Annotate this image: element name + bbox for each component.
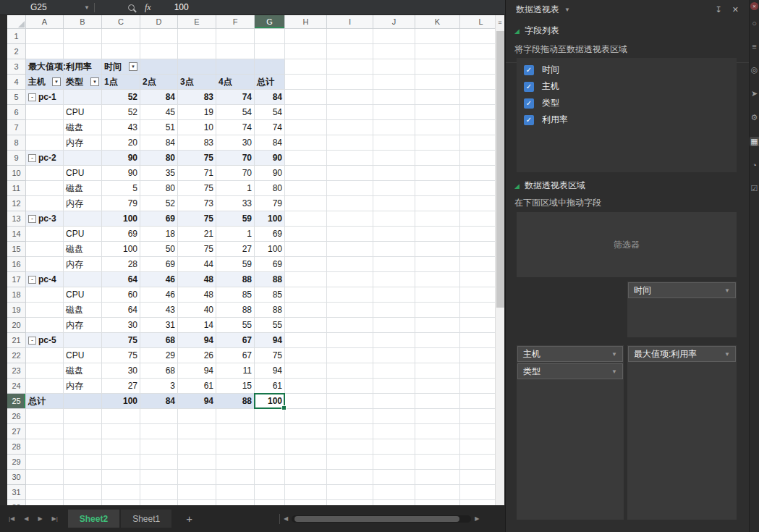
cell-C20[interactable]: 30 <box>102 318 140 333</box>
row-header-10[interactable]: 10 <box>7 166 26 181</box>
cell-H5[interactable] <box>285 90 327 105</box>
field-item-主机[interactable]: ✓主机 <box>524 78 729 95</box>
cell-A12[interactable] <box>26 196 64 211</box>
cell-G19[interactable]: 88 <box>255 303 285 318</box>
cell-F16[interactable]: 59 <box>216 257 255 272</box>
cell-B8[interactable]: 内存 <box>64 135 102 151</box>
cell-J5[interactable] <box>373 90 415 105</box>
cell-J18[interactable] <box>373 287 415 303</box>
cell-D11[interactable]: 80 <box>140 181 178 196</box>
cell-I22[interactable] <box>327 348 373 363</box>
row-header-13[interactable]: 13 <box>7 211 26 227</box>
cell-K3[interactable] <box>415 59 460 75</box>
cell-F30[interactable] <box>216 470 255 485</box>
row-field-pill[interactable]: 类型▼ <box>517 363 623 379</box>
cell-L7[interactable] <box>460 120 495 135</box>
cell-H27[interactable] <box>285 424 327 439</box>
cell-H15[interactable] <box>285 242 327 257</box>
cell-F1[interactable] <box>216 29 255 44</box>
cell-K30[interactable] <box>415 470 460 485</box>
cell-D25[interactable]: 84 <box>140 394 178 409</box>
horizontal-scrollbar-thumb[interactable] <box>294 516 459 522</box>
cell-I32[interactable] <box>327 500 373 505</box>
cell-F7[interactable]: 74 <box>216 120 255 135</box>
cell-K18[interactable] <box>415 287 460 303</box>
cell-B31[interactable] <box>64 485 102 500</box>
cell-B22[interactable]: CPU <box>64 348 102 363</box>
cell-C17[interactable]: 64 <box>102 272 140 287</box>
cell-I30[interactable] <box>327 470 373 485</box>
row-header-2[interactable]: 2 <box>7 44 26 59</box>
cell-I2[interactable] <box>327 44 373 59</box>
cell-L23[interactable] <box>460 363 495 379</box>
cell-H21[interactable] <box>285 333 327 348</box>
cell-B6[interactable]: CPU <box>64 105 102 120</box>
cell-I25[interactable] <box>327 394 373 409</box>
cell-C5[interactable]: 52 <box>102 90 140 105</box>
section-collapse-icon[interactable]: ◢ <box>514 182 520 190</box>
cell-D20[interactable]: 31 <box>140 318 178 333</box>
cell-F17[interactable]: 88 <box>216 272 255 287</box>
cell-H30[interactable] <box>285 470 327 485</box>
cell-A26[interactable] <box>26 409 64 424</box>
cell-K9[interactable] <box>415 151 460 166</box>
cell-E28[interactable] <box>178 439 216 455</box>
cell-H20[interactable] <box>285 318 327 333</box>
collapse-button[interactable]: - <box>28 93 36 101</box>
cell-G9[interactable]: 90 <box>255 151 285 166</box>
cell-F5[interactable]: 74 <box>216 90 255 105</box>
column-header-A[interactable]: A <box>26 15 64 29</box>
cell-C18[interactable]: 60 <box>102 287 140 303</box>
cell-K10[interactable] <box>415 166 460 181</box>
cell-E13[interactable]: 75 <box>178 211 216 227</box>
areas-section-header[interactable]: ◢ 数据透视表区域 <box>514 180 585 192</box>
scroll-left-icon[interactable]: ◀ <box>284 515 288 522</box>
cell-H2[interactable] <box>285 44 327 59</box>
cell-I23[interactable] <box>327 363 373 379</box>
cell-B30[interactable] <box>64 470 102 485</box>
row-header-28[interactable]: 28 <box>7 439 26 455</box>
row-header-6[interactable]: 6 <box>7 105 26 120</box>
stack-icon[interactable]: ≡ <box>750 42 759 51</box>
row-header-19[interactable]: 19 <box>7 303 26 318</box>
cell-F19[interactable]: 88 <box>216 303 255 318</box>
cell-G4[interactable]: 总计 <box>255 75 285 90</box>
cell-B1[interactable] <box>64 29 102 44</box>
cell-L30[interactable] <box>460 470 495 485</box>
cell-L5[interactable] <box>460 90 495 105</box>
cell-G17[interactable]: 88 <box>255 272 285 287</box>
cell-D22[interactable]: 29 <box>140 348 178 363</box>
cell-I26[interactable] <box>327 409 373 424</box>
cell-G10[interactable]: 90 <box>255 166 285 181</box>
cell-A2[interactable] <box>26 44 64 59</box>
cell-E16[interactable]: 44 <box>178 257 216 272</box>
cell-D18[interactable]: 46 <box>140 287 178 303</box>
column-header-I[interactable]: I <box>327 15 373 29</box>
cell-H18[interactable] <box>285 287 327 303</box>
cell-A32[interactable] <box>26 500 64 505</box>
cell-C7[interactable]: 43 <box>102 120 140 135</box>
cell-H4[interactable] <box>285 75 327 90</box>
cell-A17[interactable]: -pc-4 <box>26 272 64 287</box>
row-header-4[interactable]: 4 <box>7 75 26 90</box>
cell-I8[interactable] <box>327 135 373 151</box>
cell-A13[interactable]: -pc-3 <box>26 211 64 227</box>
cell-F2[interactable] <box>216 44 255 59</box>
close-icon[interactable]: ✕ <box>732 5 739 14</box>
cell-B32[interactable] <box>64 500 102 505</box>
cell-J6[interactable] <box>373 105 415 120</box>
cell-L32[interactable] <box>460 500 495 505</box>
cell-L18[interactable] <box>460 287 495 303</box>
first-sheet-icon[interactable]: |◀ <box>9 515 14 522</box>
row-header-16[interactable]: 16 <box>7 257 26 272</box>
prev-sheet-icon[interactable]: ◀ <box>24 515 28 522</box>
cell-L29[interactable] <box>460 455 495 470</box>
collapse-button[interactable]: - <box>28 337 36 345</box>
cell-E31[interactable] <box>178 485 216 500</box>
cell-I5[interactable] <box>327 90 373 105</box>
cell-C16[interactable]: 28 <box>102 257 140 272</box>
cell-L26[interactable] <box>460 409 495 424</box>
cell-E1[interactable] <box>178 29 216 44</box>
cell-I7[interactable] <box>327 120 373 135</box>
pin-icon[interactable]: ↧ <box>716 5 722 14</box>
